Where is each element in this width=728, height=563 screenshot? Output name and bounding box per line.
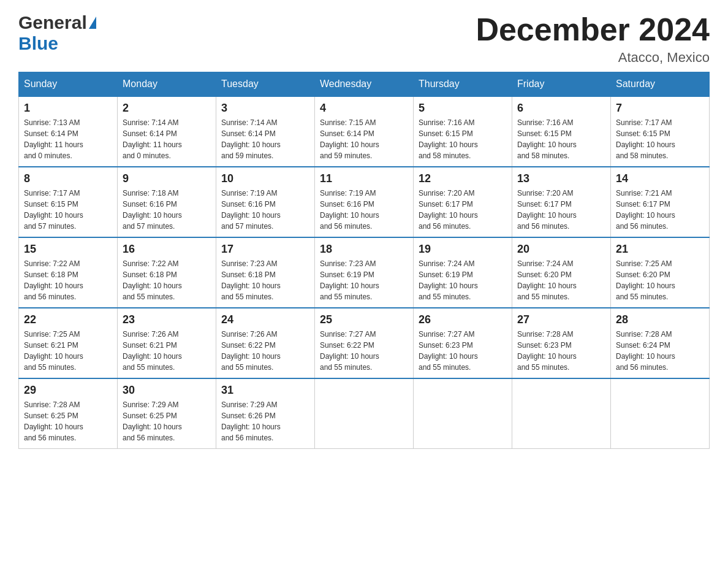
day-info: Sunrise: 7:13 AMSunset: 6:14 PMDaylight:…: [24, 117, 112, 161]
calendar-day-cell: 9Sunrise: 7:18 AMSunset: 6:16 PMDaylight…: [118, 167, 216, 237]
day-number: 7: [616, 102, 704, 115]
day-info: Sunrise: 7:22 AMSunset: 6:18 PMDaylight:…: [123, 258, 211, 302]
calendar-day-cell: 2Sunrise: 7:14 AMSunset: 6:14 PMDaylight…: [118, 96, 216, 167]
day-info: Sunrise: 7:16 AMSunset: 6:15 PMDaylight:…: [419, 117, 507, 161]
calendar-day-cell: 3Sunrise: 7:14 AMSunset: 6:14 PMDaylight…: [216, 96, 315, 167]
logo-blue-text: Blue: [18, 33, 58, 54]
calendar-title: December 2024: [476, 12, 710, 47]
day-number: 17: [221, 243, 309, 256]
day-info: Sunrise: 7:20 AMSunset: 6:17 PMDaylight:…: [517, 188, 605, 232]
logo-triangle-icon: [89, 17, 96, 29]
day-info: Sunrise: 7:19 AMSunset: 6:16 PMDaylight:…: [221, 188, 309, 232]
day-number: 8: [24, 172, 112, 185]
calendar-header-wednesday: Wednesday: [315, 72, 414, 97]
calendar-header-friday: Friday: [512, 72, 611, 97]
day-info: Sunrise: 7:24 AMSunset: 6:19 PMDaylight:…: [419, 258, 507, 302]
day-info: Sunrise: 7:19 AMSunset: 6:16 PMDaylight:…: [320, 188, 408, 232]
day-number: 28: [616, 313, 704, 326]
day-number: 25: [320, 313, 408, 326]
day-info: Sunrise: 7:18 AMSunset: 6:16 PMDaylight:…: [123, 188, 211, 232]
day-number: 13: [517, 172, 605, 185]
day-info: Sunrise: 7:14 AMSunset: 6:14 PMDaylight:…: [221, 117, 309, 161]
day-number: 21: [616, 243, 704, 256]
day-info: Sunrise: 7:15 AMSunset: 6:14 PMDaylight:…: [320, 117, 408, 161]
day-info: Sunrise: 7:27 AMSunset: 6:23 PMDaylight:…: [419, 329, 507, 373]
calendar-day-cell: 11Sunrise: 7:19 AMSunset: 6:16 PMDayligh…: [315, 167, 414, 237]
day-info: Sunrise: 7:26 AMSunset: 6:22 PMDaylight:…: [221, 329, 309, 373]
calendar-subtitle: Atacco, Mexico: [476, 50, 710, 66]
day-info: Sunrise: 7:28 AMSunset: 6:24 PMDaylight:…: [616, 329, 704, 373]
day-number: 3: [221, 102, 309, 115]
calendar-day-cell: 25Sunrise: 7:27 AMSunset: 6:22 PMDayligh…: [315, 308, 414, 378]
day-number: 18: [320, 243, 408, 256]
day-number: 2: [123, 102, 211, 115]
calendar-day-cell: 14Sunrise: 7:21 AMSunset: 6:17 PMDayligh…: [611, 167, 710, 237]
calendar-day-cell: 10Sunrise: 7:19 AMSunset: 6:16 PMDayligh…: [216, 167, 315, 237]
calendar-day-cell: 20Sunrise: 7:24 AMSunset: 6:20 PMDayligh…: [512, 237, 611, 308]
calendar-day-cell: 30Sunrise: 7:29 AMSunset: 6:25 PMDayligh…: [118, 378, 216, 449]
calendar-week-row: 15Sunrise: 7:22 AMSunset: 6:18 PMDayligh…: [19, 237, 710, 308]
day-number: 30: [123, 384, 211, 397]
day-info: Sunrise: 7:28 AMSunset: 6:23 PMDaylight:…: [517, 329, 605, 373]
calendar-day-cell: 15Sunrise: 7:22 AMSunset: 6:18 PMDayligh…: [19, 237, 118, 308]
day-number: 10: [221, 172, 309, 185]
day-info: Sunrise: 7:23 AMSunset: 6:19 PMDaylight:…: [320, 258, 408, 302]
page-header: General Blue December 2024 Atacco, Mexic…: [18, 12, 710, 66]
calendar-day-cell: 7Sunrise: 7:17 AMSunset: 6:15 PMDaylight…: [611, 96, 710, 167]
calendar-header-row: SundayMondayTuesdayWednesdayThursdayFrid…: [19, 72, 710, 97]
day-info: Sunrise: 7:23 AMSunset: 6:18 PMDaylight:…: [221, 258, 309, 302]
day-number: 12: [419, 172, 507, 185]
day-number: 9: [123, 172, 211, 185]
day-number: 23: [123, 313, 211, 326]
day-number: 1: [24, 102, 112, 115]
calendar-day-cell: 22Sunrise: 7:25 AMSunset: 6:21 PMDayligh…: [19, 308, 118, 378]
day-info: Sunrise: 7:29 AMSunset: 6:25 PMDaylight:…: [123, 399, 211, 443]
day-number: 20: [517, 243, 605, 256]
calendar-header-thursday: Thursday: [414, 72, 512, 97]
day-number: 4: [320, 102, 408, 115]
day-number: 11: [320, 172, 408, 185]
calendar-day-cell: 19Sunrise: 7:24 AMSunset: 6:19 PMDayligh…: [414, 237, 512, 308]
calendar-day-cell: [315, 378, 414, 449]
calendar-day-cell: 13Sunrise: 7:20 AMSunset: 6:17 PMDayligh…: [512, 167, 611, 237]
calendar-day-cell: 1Sunrise: 7:13 AMSunset: 6:14 PMDaylight…: [19, 96, 118, 167]
calendar-day-cell: 17Sunrise: 7:23 AMSunset: 6:18 PMDayligh…: [216, 237, 315, 308]
calendar-day-cell: 24Sunrise: 7:26 AMSunset: 6:22 PMDayligh…: [216, 308, 315, 378]
day-number: 14: [616, 172, 704, 185]
calendar-day-cell: 27Sunrise: 7:28 AMSunset: 6:23 PMDayligh…: [512, 308, 611, 378]
day-number: 31: [221, 384, 309, 397]
calendar-day-cell: 18Sunrise: 7:23 AMSunset: 6:19 PMDayligh…: [315, 237, 414, 308]
logo: General Blue: [18, 12, 96, 54]
calendar-day-cell: [414, 378, 512, 449]
day-number: 24: [221, 313, 309, 326]
calendar-week-row: 22Sunrise: 7:25 AMSunset: 6:21 PMDayligh…: [19, 308, 710, 378]
calendar-day-cell: 5Sunrise: 7:16 AMSunset: 6:15 PMDaylight…: [414, 96, 512, 167]
calendar-header-tuesday: Tuesday: [216, 72, 315, 97]
day-info: Sunrise: 7:21 AMSunset: 6:17 PMDaylight:…: [616, 188, 704, 232]
day-info: Sunrise: 7:25 AMSunset: 6:20 PMDaylight:…: [616, 258, 704, 302]
calendar-day-cell: 4Sunrise: 7:15 AMSunset: 6:14 PMDaylight…: [315, 96, 414, 167]
calendar-day-cell: 26Sunrise: 7:27 AMSunset: 6:23 PMDayligh…: [414, 308, 512, 378]
calendar-week-row: 8Sunrise: 7:17 AMSunset: 6:15 PMDaylight…: [19, 167, 710, 237]
day-number: 26: [419, 313, 507, 326]
day-info: Sunrise: 7:27 AMSunset: 6:22 PMDaylight:…: [320, 329, 408, 373]
day-number: 5: [419, 102, 507, 115]
day-number: 29: [24, 384, 112, 397]
calendar-week-row: 1Sunrise: 7:13 AMSunset: 6:14 PMDaylight…: [19, 96, 710, 167]
day-info: Sunrise: 7:24 AMSunset: 6:20 PMDaylight:…: [517, 258, 605, 302]
day-info: Sunrise: 7:25 AMSunset: 6:21 PMDaylight:…: [24, 329, 112, 373]
day-info: Sunrise: 7:14 AMSunset: 6:14 PMDaylight:…: [123, 117, 211, 161]
calendar-day-cell: [611, 378, 710, 449]
day-number: 16: [123, 243, 211, 256]
day-info: Sunrise: 7:20 AMSunset: 6:17 PMDaylight:…: [419, 188, 507, 232]
day-number: 15: [24, 243, 112, 256]
day-info: Sunrise: 7:16 AMSunset: 6:15 PMDaylight:…: [517, 117, 605, 161]
calendar-day-cell: 23Sunrise: 7:26 AMSunset: 6:21 PMDayligh…: [118, 308, 216, 378]
logo-general-text: General: [18, 12, 87, 33]
calendar-day-cell: 8Sunrise: 7:17 AMSunset: 6:15 PMDaylight…: [19, 167, 118, 237]
day-info: Sunrise: 7:28 AMSunset: 6:25 PMDaylight:…: [24, 399, 112, 443]
day-info: Sunrise: 7:22 AMSunset: 6:18 PMDaylight:…: [24, 258, 112, 302]
calendar-day-cell: 31Sunrise: 7:29 AMSunset: 6:26 PMDayligh…: [216, 378, 315, 449]
day-number: 22: [24, 313, 112, 326]
calendar-header-sunday: Sunday: [19, 72, 118, 97]
